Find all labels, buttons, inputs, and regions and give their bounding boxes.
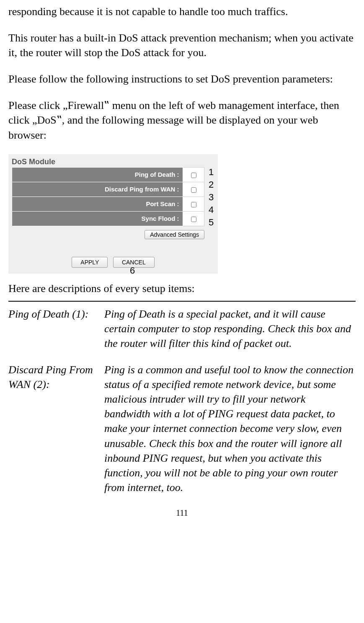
module-title: DoS Module [12, 158, 214, 166]
label-port-scan: Port Scan : [12, 196, 183, 211]
row-port-scan: Port Scan : [12, 196, 204, 211]
checkbox-sync-flood[interactable] [191, 217, 196, 222]
row-discard-ping: Discard Ping from WAN : [12, 182, 204, 196]
annotation-1: 1 [209, 167, 214, 178]
row-ping-of-death: Ping of Death : [12, 167, 204, 182]
desc-row-discard-ping: Discard Ping From WAN (2): Ping is a com… [8, 362, 356, 507]
checkbox-port-scan[interactable] [191, 202, 196, 207]
annotation-3: 3 [209, 192, 214, 203]
desc-term-discard-ping: Discard Ping From WAN (2): [8, 362, 104, 507]
separator-line [8, 301, 356, 302]
paragraph-builtin: This router has a built-in DoS attack pr… [8, 31, 356, 60]
desc-term-ping-of-death: Ping of Death (1): [8, 307, 104, 362]
label-sync-flood: Sync Flood : [12, 211, 183, 226]
apply-button[interactable]: APPLY [72, 257, 108, 268]
annotation-5: 5 [209, 217, 214, 228]
descriptions-table: Ping of Death (1): Ping of Death is a sp… [8, 307, 356, 507]
advanced-settings-button[interactable]: Advanced Settings [145, 230, 204, 239]
desc-row-ping-of-death: Ping of Death (1): Ping of Death is a sp… [8, 307, 356, 362]
descriptions-intro: Here are descriptions of every setup ite… [8, 281, 356, 296]
dos-module-screenshot: DoS Module Ping of Death : Discard Ping … [8, 154, 218, 274]
page-number: 111 [8, 508, 356, 518]
label-discard-ping: Discard Ping from WAN : [12, 182, 183, 196]
annotation-4: 4 [209, 204, 214, 215]
paragraph-click-firewall: Please click „Firewall‟ menu on the left… [8, 98, 356, 142]
desc-text-ping-of-death: Ping of Death is a special packet, and i… [104, 307, 356, 362]
checkbox-discard-ping[interactable] [191, 187, 196, 193]
dos-form-table: Ping of Death : Discard Ping from WAN : … [12, 167, 204, 226]
annotation-6: 6 [130, 265, 135, 276]
desc-text-discard-ping: Ping is a common and useful tool to know… [104, 362, 356, 507]
annotation-2: 2 [209, 179, 214, 190]
paragraph-follow: Please follow the following instructions… [8, 72, 356, 86]
checkbox-ping-of-death[interactable] [191, 173, 196, 178]
row-sync-flood: Sync Flood : [12, 211, 204, 226]
paragraph-traffic: responding because it is not capable to … [8, 4, 356, 19]
label-ping-of-death: Ping of Death : [12, 167, 183, 182]
